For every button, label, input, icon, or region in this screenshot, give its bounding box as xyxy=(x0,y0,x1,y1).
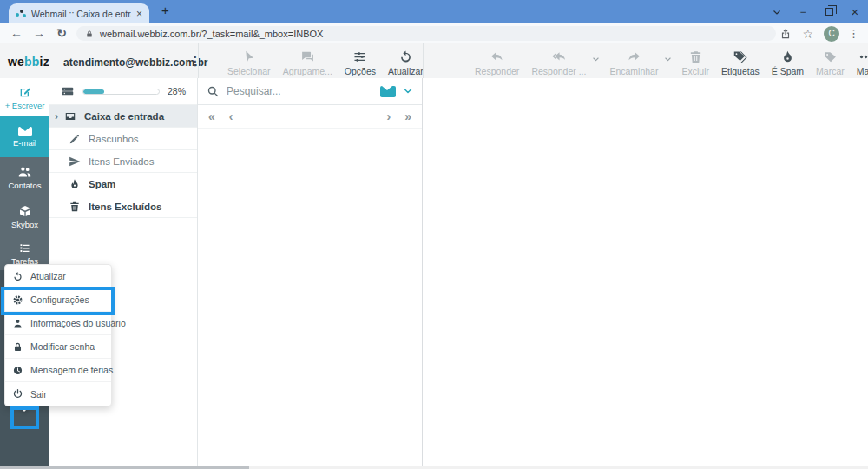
search-bar xyxy=(198,78,422,105)
chat-icon xyxy=(300,50,315,64)
reply-icon xyxy=(490,50,504,64)
forward-caret-icon[interactable] xyxy=(664,56,672,63)
sidebar-item-contacts[interactable]: Contatos xyxy=(0,157,49,197)
more-button[interactable]: Mais xyxy=(851,48,868,78)
browser-avatar[interactable]: C xyxy=(824,26,839,42)
tag-icon xyxy=(823,50,838,64)
reload-button[interactable]: ↻ xyxy=(50,26,73,40)
tags-button[interactable]: Etiquetas xyxy=(715,48,766,78)
pagination-bar: « ‹ › » xyxy=(198,105,422,129)
tab-title: Webmail :: Caixa de entrada xyxy=(31,9,131,19)
delete-button[interactable]: Excluir xyxy=(675,48,715,78)
forward-button-mail[interactable]: Encaminhar xyxy=(603,48,664,78)
tags-icon xyxy=(733,50,747,64)
cursor-icon xyxy=(241,50,256,64)
page-next-button[interactable]: › xyxy=(387,109,391,123)
back-button[interactable]: ← xyxy=(5,26,28,40)
flame-icon xyxy=(69,178,81,190)
screen: Webmail :: Caixa de entrada × + − × ← → … xyxy=(0,0,868,469)
folder-drafts[interactable]: Rascunhos xyxy=(49,128,197,150)
logo-part-accent: bb xyxy=(24,55,40,69)
mark-button[interactable]: Marcar xyxy=(810,48,851,78)
webmail-favicon-icon xyxy=(16,9,26,19)
reply-button[interactable]: Responder xyxy=(469,48,525,78)
pencil-icon xyxy=(69,133,81,145)
folder-sent[interactable]: Itens Enviados xyxy=(49,150,197,173)
folder-trash[interactable]: Itens Excluídos xyxy=(49,195,197,218)
message-list-toolbar: Selecionar Agrupame... Opções Atualizar xyxy=(221,48,430,78)
search-scope-envelope-icon[interactable] xyxy=(380,86,396,97)
browser-tab-strip: Webmail :: Caixa de entrada × + − × xyxy=(0,0,868,23)
clock-icon xyxy=(12,365,23,376)
reply-all-button[interactable]: Responder ... xyxy=(525,48,592,78)
logo-part: iz xyxy=(40,55,49,69)
menu-item-user-info[interactable]: Informações do usuário xyxy=(5,312,111,335)
search-input[interactable] xyxy=(227,85,373,97)
reply-all-icon xyxy=(551,50,566,64)
window-chevron-icon[interactable] xyxy=(764,0,790,23)
sidebar-item-compose[interactable]: + Escrever xyxy=(0,78,49,116)
quota-row: 28% xyxy=(49,78,197,105)
search-icon[interactable] xyxy=(207,85,220,98)
menu-item-vacation-message[interactable]: Mensagem de férias xyxy=(5,359,111,382)
sliders-icon xyxy=(352,50,367,64)
url-text: webmail.webbiz.com.br/?_task=mail&_mbox=… xyxy=(100,29,323,39)
expander-icon[interactable]: › xyxy=(55,110,58,122)
account-email: atendimento@webbiz.com.br xyxy=(63,56,207,69)
trash-icon xyxy=(688,50,703,64)
search-options-chevron-icon[interactable] xyxy=(403,86,413,96)
browser-menu-kebab-icon[interactable]: ⋮ xyxy=(848,27,859,40)
navbar-right: ☆ C ⋮ xyxy=(779,23,868,43)
list-icon xyxy=(18,241,31,254)
sidebar-item-skybox[interactable]: Skybox xyxy=(0,197,49,236)
refresh-icon xyxy=(12,271,23,282)
tab-close-icon[interactable]: × xyxy=(136,8,142,20)
select-button[interactable]: Selecionar xyxy=(221,48,277,78)
minimize-button[interactable]: − xyxy=(790,0,816,23)
webbiz-logo: webbiz xyxy=(8,55,49,69)
bookmark-star-icon[interactable]: ☆ xyxy=(802,27,813,41)
options-button[interactable]: Opções xyxy=(339,48,382,78)
close-window-button[interactable]: × xyxy=(842,0,868,23)
share-icon[interactable] xyxy=(779,28,792,40)
folder-spam[interactable]: Spam xyxy=(49,173,197,195)
menu-item-change-password[interactable]: Modificar senha xyxy=(5,335,111,359)
box-icon xyxy=(18,204,32,218)
compose-icon xyxy=(18,85,32,99)
forward-icon xyxy=(627,50,641,64)
browser-tab[interactable]: Webmail :: Caixa de entrada × xyxy=(9,3,149,23)
options-context-menu: Atualizar Configurações Informações do u… xyxy=(4,264,112,406)
account-options-kebab-icon[interactable]: ⋮ xyxy=(189,54,201,68)
more-dots-icon xyxy=(858,50,868,64)
person-icon xyxy=(12,318,23,329)
menu-item-refresh[interactable]: Atualizar xyxy=(5,265,111,288)
toolbar-divider xyxy=(423,43,424,78)
quota-bar xyxy=(82,89,160,95)
junk-button[interactable]: É Spam xyxy=(766,48,810,78)
address-bar[interactable]: webmail.webbiz.com.br/?_task=mail&_mbox=… xyxy=(76,26,776,41)
folder-inbox[interactable]: › Caixa de entrada xyxy=(49,105,197,128)
forward-button[interactable]: → xyxy=(28,26,50,40)
maximize-restore-button[interactable] xyxy=(816,0,842,23)
threads-button[interactable]: Agrupame... xyxy=(277,48,339,78)
menu-item-settings[interactable]: Configurações xyxy=(5,288,111,312)
page-last-button[interactable]: » xyxy=(404,109,411,123)
paper-plane-icon xyxy=(69,155,81,168)
flame-icon xyxy=(780,50,795,64)
envelope-icon xyxy=(18,127,32,136)
page-prev-button[interactable]: ‹ xyxy=(229,109,233,123)
toolbar-divider xyxy=(198,43,199,78)
message-list-pane: « ‹ › » xyxy=(198,78,423,466)
menu-item-logout[interactable]: Sair xyxy=(5,382,111,406)
reply-all-caret-icon[interactable] xyxy=(592,56,600,63)
logo-part: we xyxy=(8,55,24,69)
power-icon xyxy=(12,388,23,400)
page-first-button[interactable]: « xyxy=(208,109,215,123)
inbox-icon xyxy=(64,110,76,122)
message-actions-toolbar: Responder Responder ... Encaminhar Exclu… xyxy=(469,48,868,78)
lock-icon xyxy=(85,30,94,38)
trash-icon xyxy=(69,201,81,213)
sidebar-item-email[interactable]: E-mail xyxy=(0,116,49,157)
new-tab-button[interactable]: + xyxy=(161,3,169,17)
gear-icon xyxy=(12,294,23,306)
